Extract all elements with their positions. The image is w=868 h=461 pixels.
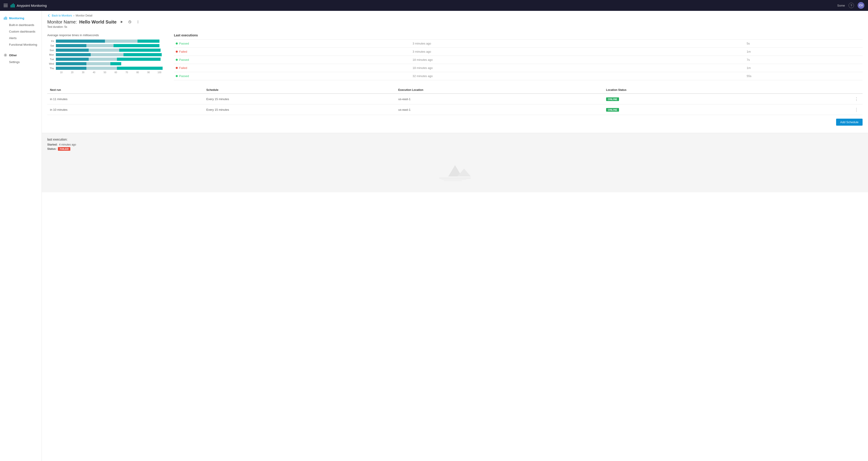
schedule-column-header: Next run (47, 87, 204, 94)
status-text: Passed (179, 74, 189, 78)
app-logo: Anypoint Monitoring (10, 3, 47, 8)
mountain-illustration (435, 158, 475, 181)
next-run: in 11 minutes (47, 94, 204, 104)
bar-row: Sat (47, 44, 165, 47)
sidebar-monitoring-heading[interactable]: Monitoring (0, 14, 41, 22)
schedule-section: Next runScheduleExecution LocationLocati… (47, 87, 863, 127)
svg-point-8 (5, 55, 6, 56)
svg-marker-9 (121, 21, 123, 23)
more-options-button[interactable] (135, 19, 141, 25)
status-text: Passed (179, 58, 189, 62)
breadcrumb-current: Monitor Detail (75, 14, 92, 17)
back-to-monitors-link[interactable]: Back to Monitors (52, 14, 72, 17)
svg-rect-6 (6, 17, 6, 20)
svg-rect-16 (439, 177, 471, 178)
last-execution-status: Status: FAILED (47, 147, 863, 151)
monitor-name: Hello World Suite (79, 20, 117, 25)
online-badge: ONLINE (606, 97, 619, 101)
user-name: Some (837, 4, 845, 7)
status-text: Failed (179, 66, 187, 70)
sidebar-item-settings[interactable]: Settings (0, 59, 41, 65)
chart-section: Average response times in milliseconds F… (47, 33, 165, 80)
last-execution-title: last execution: (47, 138, 863, 141)
sidebar-item-alerts[interactable]: Alerts (0, 35, 41, 41)
last-execution-section: last execution: Started: 4 minutes ago S… (42, 133, 868, 192)
executions-title: Last executions (174, 33, 863, 37)
main-content: Back to Monitors › Monitor Detail Monito… (42, 11, 868, 461)
schedule-value: Every 15 minutes (204, 94, 396, 104)
empty-illustration (47, 152, 863, 188)
back-arrow-icon (47, 14, 51, 17)
status-text: Passed (179, 42, 189, 45)
page-header: Monitor Name: Hello World Suite (42, 18, 868, 30)
chart-axis: 102030405060708090100 (47, 71, 165, 74)
execution-location: us-east-1 (396, 104, 603, 115)
online-badge: ONLINE (606, 108, 619, 112)
schedule-row: in 11 minutesEvery 15 minutesus-east-1ON… (47, 94, 863, 104)
monitoring-icon (4, 16, 7, 20)
execution-location: us-east-1 (396, 94, 603, 104)
schedule-column-header: Execution Location (396, 87, 603, 94)
top-navigation: Anypoint Monitoring Some ? CV (0, 0, 868, 11)
gear-icon (4, 53, 7, 57)
svg-point-13 (138, 23, 138, 23)
execution-row: Passed3 minutes ago5s (174, 39, 863, 48)
add-schedule-button[interactable]: Add Schedule (836, 119, 863, 126)
svg-rect-4 (4, 18, 4, 20)
executions-table: Passed3 minutes ago5sFailed3 minutes ago… (174, 39, 863, 80)
row-more-button[interactable]: ⋮ (853, 97, 860, 101)
monitor-name-prefix: Monitor Name: (47, 20, 77, 25)
schedule-icon-button[interactable] (127, 19, 133, 25)
bar-row: Thu (47, 67, 165, 70)
svg-rect-3 (14, 4, 15, 7)
bar-chart: FriSatSunMonTueWedThu 102030405060708090… (47, 39, 165, 74)
avatar[interactable]: CV (858, 2, 864, 9)
execution-row: Failed3 minutes ago1m (174, 48, 863, 56)
bar-row: Tue (47, 58, 165, 61)
svg-rect-2 (13, 3, 13, 7)
schedule-column-header: Schedule (204, 87, 396, 94)
bar-row: Sun (47, 48, 165, 52)
svg-point-12 (138, 22, 138, 22)
svg-rect-7 (6, 17, 7, 20)
svg-rect-17 (441, 179, 466, 180)
play-button[interactable] (119, 19, 125, 25)
schedule-column-header: Location Status (603, 87, 779, 94)
location-status: ONLINE (603, 94, 779, 104)
sidebar-item-functional-monitoring[interactable]: Functional Monitoring (0, 41, 41, 48)
svg-rect-18 (444, 180, 462, 181)
svg-rect-0 (11, 5, 11, 7)
sidebar-item-custom-dashboards[interactable]: Custom dashboards (0, 28, 41, 35)
status-dot (176, 59, 178, 61)
breadcrumb: Back to Monitors › Monitor Detail (42, 11, 868, 18)
executions-section: Last executions Passed3 minutes ago5sFai… (174, 33, 863, 80)
app-name: Anypoint Monitoring (17, 4, 47, 7)
status-dot (176, 75, 178, 77)
bar-row: Fri (47, 39, 165, 43)
sidebar-other-heading[interactable]: Other (0, 52, 41, 59)
schedule-table: Next runScheduleExecution LocationLocati… (47, 87, 863, 115)
svg-point-11 (138, 21, 138, 21)
schedule-row: in 10 minutesEvery 15 minutesus-east-1ON… (47, 104, 863, 115)
execution-row: Passed18 minutes ago7s (174, 56, 863, 64)
status-dot (176, 51, 178, 53)
chart-title: Average response times in milliseconds (47, 33, 165, 37)
next-run: in 10 minutes (47, 104, 204, 115)
hamburger-menu[interactable] (4, 4, 8, 7)
sidebar: Monitoring Built-in dashboards Custom da… (0, 11, 42, 461)
status-dot (176, 42, 178, 44)
row-more-button[interactable]: ⋮ (853, 107, 860, 112)
location-status: ONLINE (603, 104, 779, 115)
bar-row: Wed (47, 62, 165, 65)
monitor-title: Monitor Name: Hello World Suite (47, 19, 863, 25)
chart-container: FriSatSunMonTueWedThu 102030405060708090… (47, 39, 165, 74)
help-button[interactable]: ? (848, 3, 854, 8)
breadcrumb-separator: › (73, 14, 74, 17)
last-execution-started: Started: 4 minutes ago (47, 143, 863, 146)
schedule-value: Every 15 minutes (204, 104, 396, 115)
bar-row: Mon (47, 53, 165, 56)
status-text: Failed (179, 50, 187, 53)
status-dot (176, 67, 178, 69)
sidebar-item-built-in-dashboards[interactable]: Built-in dashboards (0, 22, 41, 28)
svg-rect-5 (5, 17, 5, 20)
